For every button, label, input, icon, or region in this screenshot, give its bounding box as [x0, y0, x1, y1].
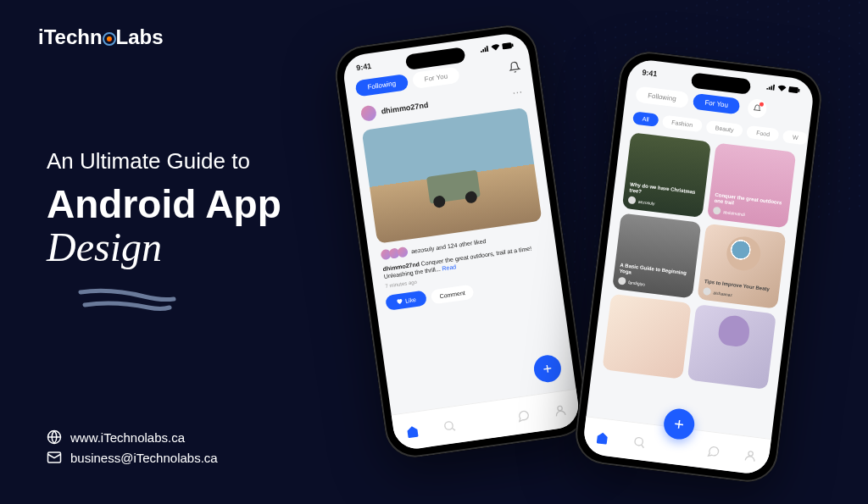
status-time: 9:41	[642, 68, 658, 78]
heart-icon	[396, 297, 403, 305]
card-username: aishaanaz	[713, 290, 732, 297]
chip-more[interactable]: W	[782, 130, 808, 145]
status-time: 9:41	[356, 62, 372, 72]
globe-icon	[47, 429, 62, 445]
contact-info: www.iTechnolabs.ca business@iTechnolabs.…	[47, 429, 218, 470]
svg-rect-2	[502, 42, 512, 50]
like-label: Like	[405, 296, 417, 304]
card-avatar	[618, 277, 626, 285]
content-card[interactable]	[687, 304, 776, 390]
nav-spacer	[669, 439, 684, 454]
like-button[interactable]: Like	[385, 291, 427, 311]
signal-icon	[766, 83, 776, 91]
battery-icon	[788, 86, 801, 94]
jeep-illustration	[426, 169, 481, 203]
wifi-icon	[777, 85, 787, 92]
svg-point-4	[444, 421, 453, 430]
nav-home[interactable]	[405, 424, 420, 439]
content-card[interactable]: Why do we have Christmas tree? aezosuly	[622, 132, 711, 218]
swoosh-decoration	[76, 284, 178, 318]
logo-text-post: Labs	[116, 25, 164, 48]
comment-label: Comment	[439, 290, 465, 299]
liker-avatar	[397, 246, 409, 258]
card-username: fandigiyo	[628, 280, 646, 286]
nav-search[interactable]	[442, 418, 457, 434]
chip-food[interactable]: Food	[746, 125, 780, 142]
heading-line3: Design	[47, 224, 281, 270]
content-card[interactable]	[602, 294, 691, 379]
more-icon[interactable]: ⋯	[511, 86, 523, 99]
logo-text-pre: iTechn	[38, 25, 103, 48]
content-card[interactable]: Tips to Improve Your Beaty aishaanaz	[697, 224, 786, 309]
post-username[interactable]: dhimmo27nd	[381, 101, 429, 116]
signal-icon	[480, 45, 489, 53]
card-avatar	[703, 287, 711, 296]
user-avatar[interactable]	[360, 105, 377, 122]
bell-icon[interactable]	[508, 60, 521, 74]
tab-foryou[interactable]: For You	[693, 92, 741, 114]
battery-icon	[502, 42, 515, 50]
nav-chat[interactable]	[706, 443, 721, 458]
card-username: aezosuly	[638, 198, 655, 205]
phone-mockups: 9:41 Following For You dhimmo27nd ⋯	[359, 34, 817, 474]
tab-foryou[interactable]: For You	[412, 66, 461, 89]
content-grid: Why do we have Christmas tree? aezosuly …	[592, 126, 807, 396]
bottom-nav	[392, 389, 581, 451]
mail-icon	[47, 450, 62, 465]
content-card[interactable]: Conquer the great outdoors one trail abd…	[707, 142, 796, 228]
post-image[interactable]	[362, 108, 542, 244]
email-text: business@iTechnolabs.ca	[70, 451, 218, 465]
nav-search[interactable]	[632, 435, 647, 450]
contact-email: business@iTechnolabs.ca	[47, 450, 218, 465]
chip-fashion[interactable]: Fashion	[662, 115, 703, 133]
logo-o-icon	[103, 32, 116, 46]
phone2-screen: 9:41 Following For You All Fashion Beaut…	[581, 58, 815, 475]
nav-chat[interactable]	[515, 407, 531, 423]
brand-logo: iTechnLabs	[38, 25, 164, 49]
card-avatar	[713, 207, 721, 215]
read-more-link[interactable]: Read	[442, 263, 457, 271]
notification-button[interactable]	[747, 98, 768, 119]
phone-mockup-2: 9:41 Following For You All Fashion Beaut…	[572, 48, 825, 485]
nav-spacer	[479, 413, 494, 428]
svg-rect-6	[788, 86, 798, 93]
notification-dot	[760, 102, 765, 107]
status-icons	[766, 83, 801, 96]
svg-point-5	[557, 406, 562, 411]
chip-all[interactable]: All	[632, 111, 659, 127]
nav-profile[interactable]	[553, 402, 568, 418]
card-avatar	[627, 196, 636, 204]
website-text: www.iTechnolabs.ca	[70, 430, 185, 445]
chip-beauty[interactable]: Beauty	[705, 120, 743, 137]
main-heading: An Ultimate Guide to Android App Design	[47, 148, 281, 270]
phone1-screen: 9:41 Following For You dhimmo27nd ⋯	[341, 31, 581, 451]
heading-line1: An Ultimate Guide to	[47, 148, 281, 174]
nav-profile[interactable]	[743, 448, 758, 463]
contact-website: www.iTechnolabs.ca	[47, 429, 218, 445]
heading-line2: Android App	[47, 181, 281, 227]
comment-button[interactable]: Comment	[430, 284, 474, 304]
content-card[interactable]: A Basic Guide to Beginning Yoga fandigiy…	[612, 213, 701, 298]
wifi-icon	[491, 43, 500, 51]
status-icons	[480, 42, 515, 54]
phone-mockup-1: 9:41 Following For You dhimmo27nd ⋯	[331, 22, 591, 462]
tab-following[interactable]: Following	[635, 86, 689, 108]
card-username: abdulmahdi	[723, 209, 745, 217]
fab-add-button[interactable]: +	[532, 353, 563, 384]
nav-home[interactable]	[595, 429, 610, 445]
svg-point-9	[748, 451, 754, 456]
tab-following[interactable]: Following	[354, 74, 409, 97]
